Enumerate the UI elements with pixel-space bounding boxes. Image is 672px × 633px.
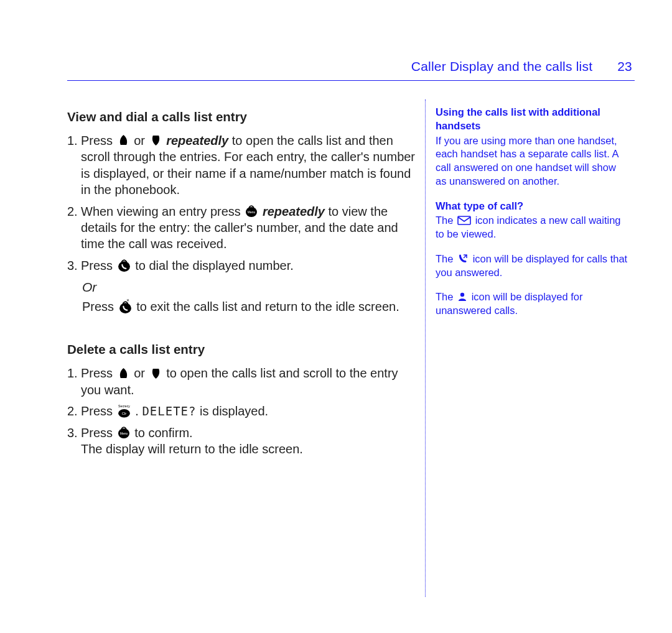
side-heading-handsets: Using the calls list with additional han… (436, 106, 628, 133)
clr-button-icon: SecrecyClr (118, 404, 131, 418)
column-divider (425, 99, 426, 597)
delete-step-1: 1. Press or to open the calls list and s… (67, 365, 419, 398)
side-heading-calltype: What type of call? (436, 200, 628, 213)
running-header: Caller Display and the calls list 23 (67, 59, 632, 74)
talk-button-icon (118, 259, 131, 272)
svg-rect-10 (458, 216, 470, 224)
svg-text:✕: ✕ (126, 299, 129, 302)
svg-point-2 (118, 261, 130, 272)
svg-point-11 (460, 293, 464, 297)
step-1: 1. Press or repeatedly to open the calls… (67, 132, 419, 198)
main-column: View and dial a calls list entry 1. Pres… (67, 99, 419, 597)
section-heading-view-dial: View and dial a calls list entry (67, 108, 419, 125)
or-label: Or (82, 279, 419, 296)
side-column: Using the calls list with additional han… (436, 99, 635, 597)
menu-button-icon: Menu (245, 205, 258, 217)
page-number: 23 (617, 59, 632, 74)
up-button-icon (118, 367, 129, 379)
header-rule (67, 80, 635, 81)
delete-step-2: 2. Press SecrecyClr . DELETE? is display… (67, 403, 419, 419)
side-text-newcall: The icon indicates a new call waiting to… (436, 214, 628, 241)
side-text-answered: The icon will be displayed for calls tha… (436, 252, 628, 280)
down-button-icon (150, 367, 162, 379)
svg-text:Clr: Clr (122, 412, 126, 415)
display-text: DELETE? (142, 404, 196, 418)
up-button-icon (118, 134, 129, 146)
down-button-icon (150, 134, 162, 146)
envelope-icon (457, 216, 471, 225)
alt-step: Press ✕ to exit the calls list and retur… (82, 298, 419, 315)
svg-point-3 (119, 303, 131, 313)
manual-page: Caller Display and the calls list 23 Vie… (0, 0, 672, 597)
svg-text:Secrecy: Secrecy (118, 405, 130, 409)
running-title: Caller Display and the calls list (411, 59, 592, 73)
answered-call-icon (457, 254, 469, 264)
exit-button-icon: ✕ (119, 299, 132, 313)
step-2: 2. When viewing an entry press Menu repe… (67, 203, 419, 252)
step-3: 3. Press to dial the displayed number. (67, 257, 419, 274)
delete-step-3: 3. Press Menu to confirm. The display wi… (67, 425, 419, 458)
side-text-unanswered: The icon will be displayed for unanswere… (436, 290, 628, 318)
two-column-layout: View and dial a calls list entry 1. Pres… (67, 99, 635, 597)
svg-text:Menu: Menu (119, 432, 128, 435)
side-text-handsets: If you are using more than one handset, … (436, 134, 628, 188)
menu-button-icon: Menu (118, 426, 130, 438)
section-heading-delete: Delete a calls list entry (67, 341, 419, 358)
unanswered-call-icon (457, 292, 467, 302)
svg-text:Menu: Menu (248, 210, 256, 214)
